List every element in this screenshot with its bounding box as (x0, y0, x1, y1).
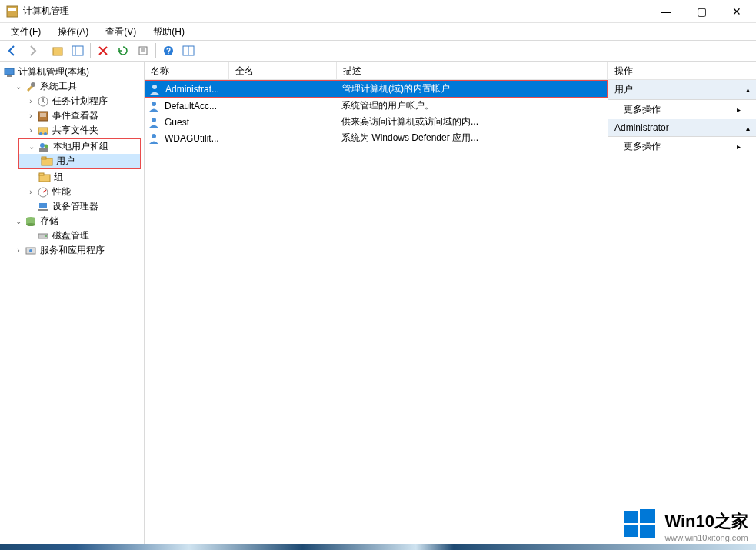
device-icon (37, 201, 49, 213)
col-fullname[interactable]: 全名 (229, 62, 337, 79)
svg-point-38 (29, 249, 32, 252)
cell-desc: 系统管理的用户帐户。 (337, 99, 608, 112)
maximize-button[interactable]: ▢ (684, 0, 719, 23)
watermark-title: Win10之家 (664, 510, 748, 533)
svg-point-21 (44, 132, 47, 135)
props-button[interactable] (179, 42, 198, 60)
toolbar-separator (90, 43, 91, 58)
show-hide-button[interactable] (68, 42, 87, 60)
action-section-admin[interactable]: Administrator ▴ (608, 119, 756, 137)
tree-device-manager[interactable]: 设备管理器 (0, 199, 144, 214)
menu-action[interactable]: 操作(A) (52, 24, 95, 40)
submenu-icon: ▸ (737, 142, 741, 151)
tree-performance[interactable]: › 性能 (0, 185, 144, 199)
list-row[interactable]: WDAGUtilit... 系统为 Windows Defender 应用... (145, 130, 608, 146)
tree-event-viewer[interactable]: › 事件查看器 (0, 108, 144, 123)
refresh-button[interactable] (114, 42, 132, 60)
tree-task-scheduler[interactable]: › 任务计划程序 (0, 94, 144, 108)
minimize-button[interactable]: — (648, 0, 684, 23)
share-icon (37, 125, 49, 137)
tree-shared-folders[interactable]: › 共享文件夹 (0, 123, 144, 138)
svg-rect-13 (7, 75, 12, 77)
expander-icon[interactable]: ⌄ (14, 217, 23, 226)
expander-icon[interactable]: › (14, 246, 23, 255)
cell-desc: 管理计算机(域)的内置帐户 (338, 82, 607, 95)
cell-desc: 供来宾访问计算机或访问域的内... (337, 115, 608, 128)
window-title: 计算机管理 (23, 5, 648, 18)
tree-groups-label: 组 (54, 171, 63, 184)
expander-icon[interactable]: › (26, 188, 35, 197)
svg-rect-24 (39, 148, 48, 152)
action-section-label: 用户 (614, 83, 633, 96)
tree-users[interactable]: 用户 (19, 154, 140, 168)
svg-rect-30 (39, 203, 47, 208)
submenu-icon: ▸ (737, 105, 741, 114)
menu-file[interactable]: 文件(F) (5, 24, 47, 40)
tree-performance-label: 性能 (52, 185, 71, 198)
toolbar: ? (0, 40, 756, 62)
action-section-users[interactable]: 用户 ▴ (608, 80, 756, 100)
svg-point-42 (152, 134, 156, 138)
titlebar: 计算机管理 — ▢ ✕ (0, 0, 756, 23)
list-row[interactable]: Administrat... 管理计算机(域)的内置帐户 (145, 81, 607, 97)
watermark-url: www.win10xitong.com (664, 533, 748, 542)
tree-groups[interactable]: 组 (0, 170, 144, 185)
tree-root[interactable]: 计算机管理(本地) (0, 65, 144, 79)
action-more-1[interactable]: 更多操作 ▸ (608, 100, 756, 119)
delete-button[interactable] (94, 42, 112, 60)
tree-pane: 计算机管理(本地) ⌄ 系统工具 › 任务计划程序 › 事件查看器 › 共享文件… (0, 62, 145, 550)
forward-button[interactable] (23, 42, 42, 60)
user-icon (148, 83, 161, 95)
disk-icon (37, 230, 49, 242)
menubar: 文件(F) 操作(A) 查看(V) 帮助(H) (0, 23, 756, 40)
svg-rect-26 (42, 157, 46, 159)
tree-system-tools-label: 系统工具 (40, 80, 77, 93)
toolbar-separator (155, 43, 156, 58)
export-button[interactable] (134, 42, 152, 60)
user-icon (148, 100, 160, 112)
action-pane: 操作 用户 ▴ 更多操作 ▸ Administrator ▴ 更多操作 ▸ (608, 62, 756, 550)
expander-icon[interactable]: ⌄ (27, 142, 36, 152)
expander-icon[interactable]: › (26, 126, 35, 135)
tree-storage[interactable]: ⌄ 存储 (0, 214, 144, 228)
app-icon (6, 5, 18, 18)
folder-icon (38, 172, 51, 184)
cell-name: Guest (160, 117, 229, 128)
event-icon (37, 110, 49, 122)
tree-services-apps[interactable]: › 服务和应用程序 (0, 243, 144, 258)
up-button[interactable] (48, 42, 67, 60)
menu-view[interactable]: 查看(V) (99, 24, 142, 40)
folder-icon (41, 155, 53, 168)
back-button[interactable] (3, 42, 22, 60)
list-row[interactable]: DefaultAcc... 系统管理的用户帐户。 (145, 98, 608, 114)
action-more-2[interactable]: 更多操作 ▸ (608, 137, 756, 156)
cell-desc: 系统为 Windows Defender 应用... (337, 132, 608, 145)
svg-rect-12 (5, 68, 14, 75)
menu-help[interactable]: 帮助(H) (147, 24, 191, 40)
tree-system-tools[interactable]: ⌄ 系统工具 (0, 79, 144, 94)
expander-icon[interactable]: ⌄ (14, 82, 23, 92)
cell-name: DefaultAcc... (160, 101, 229, 112)
cell-name: Administrat... (161, 84, 230, 95)
action-item-label: 更多操作 (624, 140, 661, 153)
col-desc[interactable]: 描述 (337, 62, 608, 79)
action-header: 操作 (608, 62, 756, 80)
col-name[interactable]: 名称 (145, 62, 229, 79)
help-button[interactable]: ? (159, 42, 178, 60)
svg-rect-28 (39, 173, 44, 175)
list-row[interactable]: Guest 供来宾访问计算机或访问域的内... (145, 114, 608, 130)
tree-local-users-label: 本地用户和组 (53, 140, 108, 153)
svg-point-40 (152, 102, 156, 106)
tree-disk-management[interactable]: 磁盘管理 (0, 228, 144, 243)
expander-icon[interactable]: › (26, 112, 35, 121)
collapse-icon: ▴ (746, 85, 750, 94)
expander-icon[interactable]: › (26, 97, 35, 106)
services-icon (25, 245, 37, 257)
cell-name: WDAGUtilit... (160, 133, 229, 144)
close-button[interactable]: ✕ (719, 0, 754, 23)
tree-local-users[interactable]: ⌄ 本地用户和组 (19, 139, 140, 154)
svg-point-23 (45, 144, 48, 148)
svg-point-22 (40, 143, 45, 148)
tree-services-apps-label: 服务和应用程序 (40, 244, 105, 257)
svg-rect-46 (640, 525, 655, 538)
